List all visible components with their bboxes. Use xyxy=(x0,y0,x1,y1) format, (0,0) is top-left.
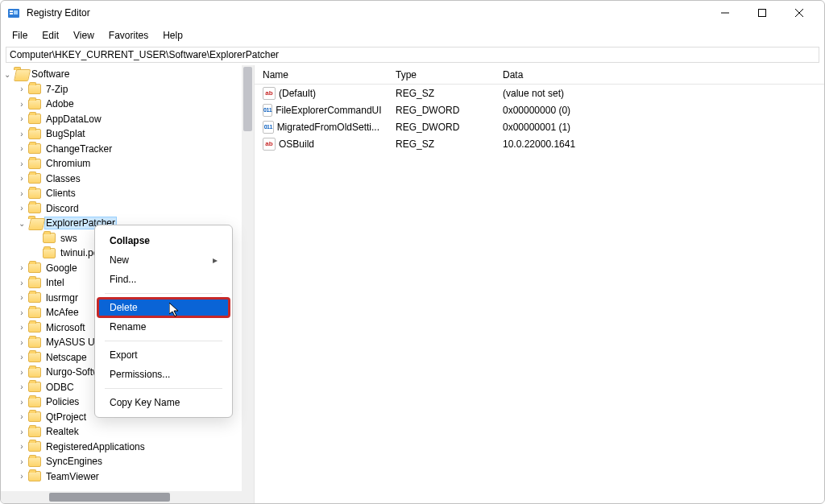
col-data[interactable]: Data xyxy=(495,66,824,84)
chevron-down-icon[interactable]: ⌄ xyxy=(1,70,14,79)
menu-edit[interactable]: Edit xyxy=(35,28,65,43)
chevron-right-icon[interactable]: › xyxy=(15,279,28,287)
tree-label: Classes xyxy=(44,173,82,184)
tree-label: MyASUS Up xyxy=(44,337,102,348)
chevron-right-icon[interactable]: › xyxy=(15,174,28,183)
chevron-right-icon[interactable]: › xyxy=(15,338,28,347)
tree-node[interactable]: ›BugSplat xyxy=(1,126,254,142)
ctx-copy-key[interactable]: Copy Key Name xyxy=(95,393,232,412)
menu-help[interactable]: Help xyxy=(156,28,189,43)
ctx-find[interactable]: Find... xyxy=(95,270,232,289)
folder-icon xyxy=(28,278,41,288)
chevron-right-icon[interactable]: › xyxy=(15,144,28,153)
folder-icon xyxy=(43,233,56,243)
menu-file[interactable]: File xyxy=(6,28,34,43)
chevron-right-icon[interactable]: › xyxy=(15,85,28,93)
chevron-right-icon[interactable]: › xyxy=(15,204,28,213)
table-row[interactable]: 011FileExplorerCommandUIREG_DWORD0x00000… xyxy=(255,101,824,118)
tree-label: Microsoft xyxy=(44,322,87,333)
tree-label: Realtek xyxy=(44,426,81,437)
tree-node[interactable]: ›Adobe xyxy=(1,97,254,112)
chevron-right-icon[interactable]: › xyxy=(15,159,28,168)
tree-label: Policies xyxy=(44,396,81,407)
ctx-collapse[interactable]: Collapse xyxy=(95,230,232,250)
table-row[interactable]: abOSBuildREG_SZ10.0.22000.1641 xyxy=(255,135,824,152)
tree-label: Clients xyxy=(44,188,77,199)
chevron-right-icon[interactable]: › xyxy=(15,472,28,481)
address-bar[interactable]: Computer\HKEY_CURRENT_USER\Software\Expl… xyxy=(6,47,819,63)
chevron-right-icon[interactable]: › xyxy=(15,263,28,272)
scrollbar-thumb[interactable] xyxy=(243,67,252,131)
context-menu: Collapse New▸ Find... Delete Rename Expo… xyxy=(94,225,233,418)
tree-node[interactable]: ›AppDataLow xyxy=(1,112,254,127)
column-headers[interactable]: Name Type Data xyxy=(255,65,824,85)
tree-node[interactable]: ›7-Zip xyxy=(1,82,254,97)
tree-node[interactable]: ›Chromium xyxy=(1,156,254,171)
folder-icon xyxy=(28,143,41,154)
value-data: 10.0.22000.1641 xyxy=(495,138,824,150)
value-type: REG_DWORD xyxy=(388,105,495,116)
chevron-right-icon[interactable]: › xyxy=(15,457,28,466)
chevron-right-icon[interactable]: › xyxy=(15,442,28,451)
tree-node[interactable]: ›TeamViewer xyxy=(1,469,254,485)
ctx-delete[interactable]: Delete xyxy=(97,298,230,317)
tree-label: QtProject xyxy=(44,411,88,423)
chevron-right-icon[interactable]: › xyxy=(15,412,28,421)
minimize-button[interactable] xyxy=(707,1,744,25)
tree-node[interactable]: ⌄Software xyxy=(1,67,254,82)
tree-label: sws xyxy=(59,233,79,244)
tree-node[interactable]: ›Classes xyxy=(1,171,254,187)
tree-node[interactable]: ›RegisteredApplications xyxy=(1,440,254,455)
chevron-right-icon[interactable]: › xyxy=(15,382,28,391)
ctx-new-label: New xyxy=(110,254,129,266)
folder-icon xyxy=(28,84,41,94)
chevron-right-icon[interactable]: › xyxy=(15,189,28,198)
tree-node[interactable]: ›SyncEngines xyxy=(1,454,254,469)
table-row[interactable]: ab(Default)REG_SZ(value not set) xyxy=(255,85,824,101)
folder-icon xyxy=(28,308,41,318)
menu-favorites[interactable]: Favorites xyxy=(102,28,155,43)
col-name[interactable]: Name xyxy=(255,66,388,84)
chevron-right-icon[interactable]: › xyxy=(15,130,28,138)
ctx-rename[interactable]: Rename xyxy=(95,317,232,337)
folder-icon xyxy=(28,411,41,422)
tree-node[interactable]: ›Discord xyxy=(1,201,254,217)
folder-icon xyxy=(28,129,41,139)
table-row[interactable]: 011MigratedFromOldSetti...REG_DWORD0x000… xyxy=(255,118,824,135)
chevron-right-icon[interactable]: › xyxy=(15,114,28,123)
chevron-right-icon[interactable]: › xyxy=(15,308,28,317)
ctx-new[interactable]: New▸ xyxy=(95,250,232,270)
col-type[interactable]: Type xyxy=(388,66,495,84)
menu-view[interactable]: View xyxy=(67,28,101,43)
close-button[interactable] xyxy=(781,1,818,25)
ctx-rename-label: Rename xyxy=(110,321,146,333)
tree-node[interactable]: ›Realtek xyxy=(1,424,254,440)
chevron-right-icon[interactable]: › xyxy=(15,100,28,109)
vertical-scrollbar[interactable] xyxy=(242,65,254,503)
chevron-right-icon[interactable]: › xyxy=(15,353,28,361)
horizontal-scrollbar[interactable] xyxy=(1,491,242,503)
folder-icon xyxy=(28,173,41,184)
folder-icon xyxy=(14,69,27,80)
chevron-right-icon[interactable]: › xyxy=(15,368,28,377)
tree-label: lusrmgr xyxy=(44,292,80,304)
app-icon xyxy=(7,6,20,19)
chevron-right-icon[interactable]: › xyxy=(15,293,28,302)
tree-node[interactable]: ›Clients xyxy=(1,186,254,201)
chevron-right-icon[interactable]: › xyxy=(15,398,28,407)
folder-icon xyxy=(28,262,41,273)
string-value-icon: ab xyxy=(263,87,276,100)
folder-icon xyxy=(28,397,41,407)
chevron-down-icon[interactable]: ⌄ xyxy=(15,219,28,228)
ctx-permissions[interactable]: Permissions... xyxy=(95,365,232,384)
ctx-export[interactable]: Export xyxy=(95,345,232,365)
chevron-right-icon[interactable]: › xyxy=(15,323,28,332)
tree-label: Chromium xyxy=(44,158,92,169)
scrollbar-thumb[interactable] xyxy=(49,493,170,502)
tree-node[interactable]: ›ChangeTracker xyxy=(1,142,254,157)
maximize-button[interactable] xyxy=(744,1,781,25)
folder-icon xyxy=(28,292,41,303)
folder-icon xyxy=(28,188,41,199)
value-name: (Default) xyxy=(279,88,316,99)
chevron-right-icon[interactable]: › xyxy=(15,428,28,436)
